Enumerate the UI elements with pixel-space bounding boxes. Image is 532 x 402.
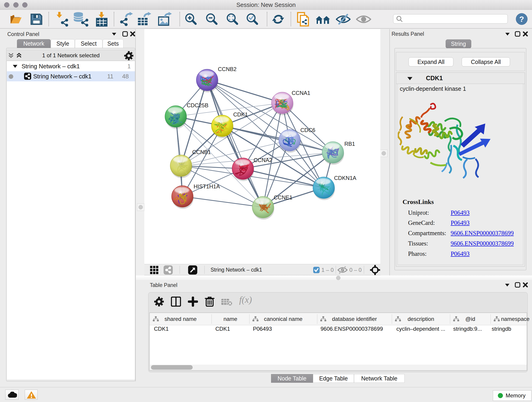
svg-text:CCNA1: CCNA1: [292, 90, 310, 96]
svg-text:CDKN1A: CDKN1A: [334, 175, 356, 181]
svg-text:CCNB2: CCNB2: [218, 66, 236, 72]
svg-text:RB1: RB1: [344, 141, 355, 147]
svg-text:CCNB1: CCNB1: [192, 149, 211, 155]
svg-text:CCNE1: CCNE1: [274, 194, 292, 201]
svg-text:CDC6: CDC6: [300, 127, 315, 133]
svg-text:?: ?: [519, 15, 524, 23]
svg-text:CCNA2: CCNA2: [254, 157, 272, 163]
svg-text:CDC25B: CDC25B: [187, 102, 209, 108]
svg-text:HIST1H1A: HIST1H1A: [194, 183, 220, 190]
svg-text:CDK1: CDK1: [233, 111, 248, 118]
